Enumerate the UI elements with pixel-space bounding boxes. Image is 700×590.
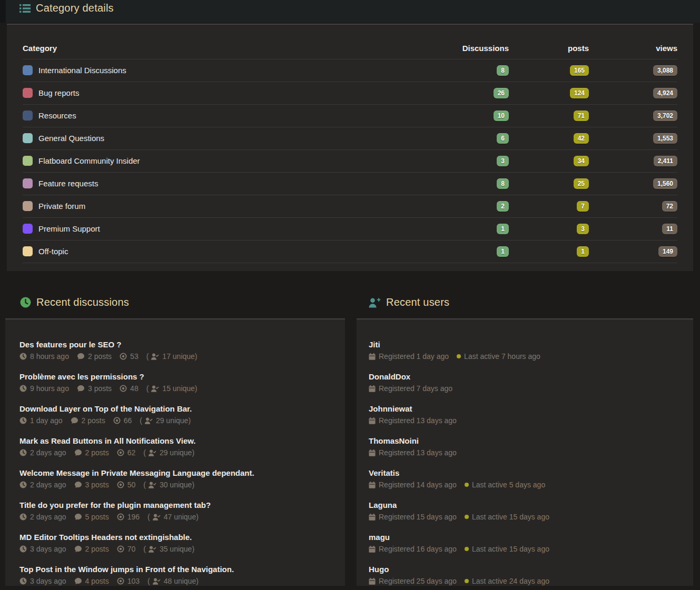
views-badge: 3,088	[653, 65, 677, 76]
discussions-badge: 10	[494, 111, 509, 121]
views-badge: 1,560	[653, 178, 677, 189]
user-name[interactable]: Hugo	[369, 564, 683, 575]
list-item: Mark as Read Buttons in All Notification…	[19, 435, 334, 458]
discussion-posts: 2 posts	[88, 351, 112, 362]
person-check-icon	[148, 482, 156, 488]
user-name[interactable]: Johnniewat	[369, 403, 683, 414]
person-check-icon	[152, 514, 161, 521]
recent-discussions-panel: Des features pour le SEO ? 8 hours ago 2…	[5, 318, 345, 586]
list-item: Veritatis Registered 14 days ago Last ac…	[369, 467, 683, 490]
calendar-icon	[369, 578, 376, 585]
category-table-header-row: Category Discussions posts views	[23, 38, 677, 59]
discussion-time: 3 days ago	[30, 544, 66, 554]
posts-badge: 71	[574, 111, 589, 121]
discussion-title[interactable]: Download Layer on Top of the Navigation …	[19, 403, 334, 414]
recent-users-panel: Jiti Registered 1 day ago Last active 7 …	[357, 318, 693, 586]
user-registered: Registered 7 days ago	[379, 383, 452, 394]
user-name[interactable]: ThomasNoini	[369, 435, 683, 446]
top-header-bar: Category details	[0, 0, 700, 23]
unique-open: (	[143, 447, 146, 458]
discussion-time: 2 days ago	[30, 479, 66, 490]
category-name: Flatboard Community Insider	[38, 156, 140, 165]
list-item: Download Layer on Top of the Navigation …	[19, 403, 334, 426]
page-title: Category details	[36, 2, 114, 14]
comment-icon	[74, 481, 82, 488]
comment-icon	[74, 513, 82, 521]
category-color-swatch	[23, 133, 33, 143]
discussion-unique: 29 unique)	[160, 447, 194, 458]
discussion-title[interactable]: Des features pour le SEO ?	[19, 339, 334, 350]
posts-badge: 1	[577, 246, 589, 257]
user-registered: Registered 14 days ago	[379, 479, 457, 490]
discussion-views: 103	[127, 576, 140, 586]
category-name: Private forum	[38, 202, 85, 211]
discussion-time: 9 hours ago	[30, 383, 69, 394]
views-badge: 1,553	[653, 133, 677, 144]
discussion-title[interactable]: Mark as Read Buttons in All Notification…	[19, 435, 334, 446]
discussion-title[interactable]: Problème avec les permissions ?	[19, 371, 334, 382]
list-item: Hugo Registered 25 days ago Last active …	[369, 564, 683, 586]
calendar-icon	[369, 482, 376, 488]
list-item: Des features pour le SEO ? 8 hours ago 2…	[19, 339, 334, 362]
discussions-badge: 1	[497, 224, 509, 234]
person-check-icon	[151, 353, 159, 360]
table-row: International Discussions 8 165 3,088	[23, 59, 677, 82]
discussion-title[interactable]: Welcome Message in Private Messaging Lan…	[19, 467, 334, 478]
discussion-posts: 2 posts	[85, 447, 109, 458]
unique-open: (	[146, 383, 149, 394]
list-item: MD Editor Tooltips Headers not extingish…	[19, 532, 334, 554]
posts-badge: 124	[570, 88, 589, 98]
posts-badge: 42	[574, 133, 589, 144]
comment-icon	[74, 449, 82, 456]
category-table-body: International Discussions 8 165 3,088 Bu…	[23, 59, 677, 263]
user-registered: Registered 13 days ago	[379, 415, 457, 426]
user-name[interactable]: Jiti	[369, 339, 683, 350]
discussion-title[interactable]: MD Editor Tooltips Headers not extingish…	[19, 532, 334, 543]
list-item: ThomasNoini Registered 13 days ago	[369, 435, 683, 458]
discussion-time: 2 days ago	[30, 447, 66, 458]
column-header-discussions: Discussions	[425, 38, 509, 59]
clock-icon	[19, 545, 27, 553]
category-details-panel: Category Discussions posts views Interna…	[7, 24, 693, 271]
category-name: Feature requests	[38, 179, 98, 188]
status-dot-icon	[465, 515, 469, 519]
user-name[interactable]: DonaldDox	[369, 371, 683, 382]
list-item: Title do you prefer for the plugin manag…	[19, 499, 334, 522]
user-name[interactable]: Veritatis	[369, 467, 683, 478]
discussion-views: 50	[127, 479, 136, 490]
category-color-swatch	[23, 65, 33, 75]
status-dot-icon	[465, 483, 469, 487]
person-check-icon	[151, 385, 159, 392]
user-registered: Registered 1 day ago	[379, 351, 449, 362]
unique-open: (	[143, 544, 146, 554]
discussion-unique: 29 unique)	[156, 415, 191, 426]
discussion-posts: 3 posts	[85, 479, 109, 490]
user-registered: Registered 16 days ago	[379, 544, 457, 554]
discussion-posts: 2 posts	[82, 415, 105, 426]
category-color-swatch	[23, 111, 33, 121]
table-row: General Questions 6 42 1,553	[23, 127, 677, 149]
views-badge: 4,924	[653, 88, 677, 98]
unique-open: (	[147, 512, 150, 522]
comment-icon	[77, 385, 85, 392]
posts-badge: 7	[577, 201, 589, 212]
recent-discussions-header: Recent discussions	[20, 296, 129, 308]
discussion-views: 62	[127, 447, 136, 458]
discussion-title[interactable]: Top Post in the Window jumps in Front of…	[19, 564, 334, 575]
user-name[interactable]: magu	[369, 532, 683, 543]
category-name: Bug reports	[38, 88, 80, 97]
discussion-time: 1 day ago	[30, 415, 63, 426]
discussions-badge: 1	[497, 246, 509, 257]
comment-icon	[74, 577, 82, 585]
category-name: Resources	[38, 111, 76, 120]
user-name[interactable]: Laguna	[369, 499, 683, 511]
discussions-badge: 3	[497, 156, 509, 166]
top-left-notch	[0, 0, 6, 23]
table-row: Bug reports 26 124 4,924	[23, 82, 677, 104]
category-color-swatch	[23, 246, 33, 256]
views-icon	[117, 577, 124, 585]
person-check-icon	[148, 449, 156, 456]
discussion-title[interactable]: Title do you prefer for the plugin manag…	[19, 499, 334, 511]
recent-discussions-list: Des features pour le SEO ? 8 hours ago 2…	[19, 339, 334, 586]
user-registered: Registered 13 days ago	[379, 447, 457, 458]
